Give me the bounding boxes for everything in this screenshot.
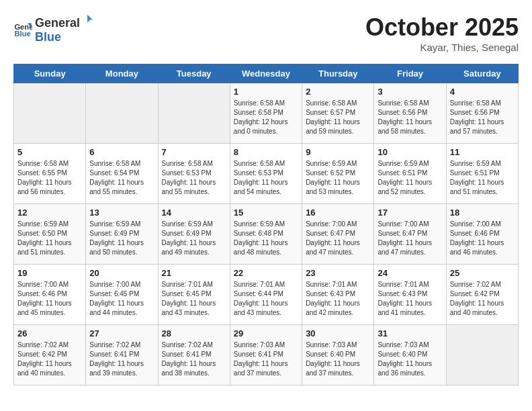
day-header-friday: Friday (374, 64, 446, 83)
day-cell: 7Sunrise: 6:58 AMSunset: 6:53 PMDaylight… (158, 144, 230, 204)
day-number: 24 (378, 268, 442, 278)
day-number: 18 (450, 208, 515, 218)
day-cell: 24Sunrise: 7:01 AMSunset: 6:43 PMDayligh… (374, 265, 446, 325)
day-info: Sunrise: 7:01 AMSunset: 6:43 PMDaylight:… (378, 280, 442, 318)
day-info: Sunrise: 6:59 AMSunset: 6:50 PMDaylight:… (17, 220, 82, 257)
day-info: Sunrise: 6:58 AMSunset: 6:56 PMDaylight:… (450, 99, 515, 136)
day-headers-row: SundayMondayTuesdayWednesdayThursdayFrid… (14, 64, 519, 83)
day-cell: 30Sunrise: 7:03 AMSunset: 6:40 PMDayligh… (302, 325, 374, 385)
day-cell (158, 83, 230, 144)
day-header-monday: Monday (86, 64, 158, 83)
day-info: Sunrise: 6:58 AMSunset: 6:54 PMDaylight:… (89, 159, 154, 197)
day-number: 15 (234, 208, 298, 218)
day-number: 2 (306, 87, 370, 97)
day-info: Sunrise: 6:58 AMSunset: 6:53 PMDaylight:… (162, 159, 226, 197)
day-header-wednesday: Wednesday (230, 64, 302, 83)
day-cell: 6Sunrise: 6:58 AMSunset: 6:54 PMDaylight… (86, 144, 158, 204)
day-number: 23 (306, 268, 370, 278)
day-cell: 23Sunrise: 7:01 AMSunset: 6:43 PMDayligh… (302, 265, 374, 325)
day-number: 11 (450, 147, 515, 157)
logo: General Blue General Blue (13, 13, 95, 44)
day-cell: 31Sunrise: 7:03 AMSunset: 6:40 PMDayligh… (374, 325, 446, 385)
day-cell: 5Sunrise: 6:58 AMSunset: 6:55 PMDaylight… (14, 144, 86, 204)
day-number: 12 (17, 208, 82, 218)
day-info: Sunrise: 7:00 AMSunset: 6:46 PMDaylight:… (450, 220, 515, 257)
day-cell: 21Sunrise: 7:01 AMSunset: 6:45 PMDayligh… (158, 265, 230, 325)
day-cell: 17Sunrise: 7:00 AMSunset: 6:47 PMDayligh… (374, 204, 446, 265)
day-cell: 14Sunrise: 6:59 AMSunset: 6:49 PMDayligh… (158, 204, 230, 265)
day-info: Sunrise: 7:02 AMSunset: 6:41 PMDaylight:… (162, 340, 226, 378)
day-number: 29 (234, 328, 298, 338)
day-number: 16 (306, 208, 370, 218)
day-info: Sunrise: 7:03 AMSunset: 6:40 PMDaylight:… (378, 340, 442, 378)
week-row-2: 5Sunrise: 6:58 AMSunset: 6:55 PMDaylight… (14, 144, 519, 204)
day-info: Sunrise: 7:01 AMSunset: 6:43 PMDaylight:… (306, 280, 370, 318)
day-info: Sunrise: 6:59 AMSunset: 6:49 PMDaylight:… (89, 220, 154, 257)
day-info: Sunrise: 6:59 AMSunset: 6:51 PMDaylight:… (450, 159, 515, 197)
day-cell: 11Sunrise: 6:59 AMSunset: 6:51 PMDayligh… (446, 144, 518, 204)
day-cell: 26Sunrise: 7:02 AMSunset: 6:42 PMDayligh… (14, 325, 86, 385)
week-row-1: 1Sunrise: 6:58 AMSunset: 6:58 PMDaylight… (14, 83, 519, 144)
day-cell: 19Sunrise: 7:00 AMSunset: 6:46 PMDayligh… (14, 265, 86, 325)
day-info: Sunrise: 6:58 AMSunset: 6:57 PMDaylight:… (306, 99, 370, 136)
calendar-table: SundayMondayTuesdayWednesdayThursdayFrid… (13, 64, 519, 385)
day-info: Sunrise: 7:03 AMSunset: 6:41 PMDaylight:… (234, 340, 298, 378)
subtitle: Kayar, Thies, Senegal (365, 42, 519, 53)
day-number: 14 (162, 208, 226, 218)
day-number: 21 (162, 268, 226, 278)
day-info: Sunrise: 7:01 AMSunset: 6:44 PMDaylight:… (234, 280, 298, 318)
day-cell: 29Sunrise: 7:03 AMSunset: 6:41 PMDayligh… (230, 325, 302, 385)
day-number: 26 (17, 328, 82, 338)
day-number: 22 (234, 268, 298, 278)
day-number: 27 (89, 328, 154, 338)
day-info: Sunrise: 7:03 AMSunset: 6:40 PMDaylight:… (306, 340, 370, 378)
day-info: Sunrise: 6:59 AMSunset: 6:49 PMDaylight:… (162, 220, 226, 257)
day-info: Sunrise: 7:00 AMSunset: 6:46 PMDaylight:… (17, 280, 82, 318)
day-info: Sunrise: 6:58 AMSunset: 6:56 PMDaylight:… (378, 99, 442, 136)
day-header-sunday: Sunday (14, 64, 86, 83)
logo-icon: General Blue (13, 19, 32, 38)
day-cell: 9Sunrise: 6:59 AMSunset: 6:52 PMDaylight… (302, 144, 374, 204)
day-number: 19 (17, 268, 82, 278)
day-number: 5 (17, 147, 82, 157)
day-info: Sunrise: 7:01 AMSunset: 6:45 PMDaylight:… (162, 280, 226, 318)
day-cell (446, 325, 518, 385)
logo-text-blue: Blue (35, 30, 61, 44)
page-header: General Blue General Blue October 2025 K… (13, 13, 519, 53)
day-cell: 15Sunrise: 6:59 AMSunset: 6:48 PMDayligh… (230, 204, 302, 265)
day-cell: 10Sunrise: 6:59 AMSunset: 6:51 PMDayligh… (374, 144, 446, 204)
day-info: Sunrise: 6:59 AMSunset: 6:52 PMDaylight:… (306, 159, 370, 197)
day-info: Sunrise: 7:00 AMSunset: 6:45 PMDaylight:… (89, 280, 154, 318)
day-cell: 27Sunrise: 7:02 AMSunset: 6:41 PMDayligh… (86, 325, 158, 385)
day-cell: 28Sunrise: 7:02 AMSunset: 6:41 PMDayligh… (158, 325, 230, 385)
day-cell: 25Sunrise: 7:02 AMSunset: 6:42 PMDayligh… (446, 265, 518, 325)
day-header-thursday: Thursday (302, 64, 374, 83)
logo-bird-icon (81, 13, 94, 27)
day-info: Sunrise: 6:59 AMSunset: 6:48 PMDaylight:… (234, 220, 298, 257)
day-number: 8 (234, 147, 298, 157)
day-info: Sunrise: 6:58 AMSunset: 6:53 PMDaylight:… (234, 159, 298, 197)
day-header-tuesday: Tuesday (158, 64, 230, 83)
day-cell: 18Sunrise: 7:00 AMSunset: 6:46 PMDayligh… (446, 204, 518, 265)
day-cell: 1Sunrise: 6:58 AMSunset: 6:58 PMDaylight… (230, 83, 302, 144)
day-info: Sunrise: 6:59 AMSunset: 6:51 PMDaylight:… (378, 159, 442, 197)
day-info: Sunrise: 7:00 AMSunset: 6:47 PMDaylight:… (306, 220, 370, 257)
day-info: Sunrise: 6:58 AMSunset: 6:55 PMDaylight:… (17, 159, 82, 197)
day-cell: 3Sunrise: 6:58 AMSunset: 6:56 PMDaylight… (374, 83, 446, 144)
day-number: 31 (378, 328, 442, 338)
day-cell (14, 83, 86, 144)
day-number: 25 (450, 268, 515, 278)
day-info: Sunrise: 7:02 AMSunset: 6:42 PMDaylight:… (450, 280, 515, 318)
day-number: 17 (378, 208, 442, 218)
day-cell: 13Sunrise: 6:59 AMSunset: 6:49 PMDayligh… (86, 204, 158, 265)
day-cell: 12Sunrise: 6:59 AMSunset: 6:50 PMDayligh… (14, 204, 86, 265)
logo-text-general: General (35, 16, 80, 30)
day-cell: 4Sunrise: 6:58 AMSunset: 6:56 PMDaylight… (446, 83, 518, 144)
day-number: 6 (89, 147, 154, 157)
day-header-saturday: Saturday (446, 64, 518, 83)
day-info: Sunrise: 7:02 AMSunset: 6:41 PMDaylight:… (89, 340, 154, 378)
day-number: 9 (306, 147, 370, 157)
day-info: Sunrise: 7:00 AMSunset: 6:47 PMDaylight:… (378, 220, 442, 257)
day-number: 30 (306, 328, 370, 338)
title-area: October 2025 Kayar, Thies, Senegal (365, 13, 519, 53)
